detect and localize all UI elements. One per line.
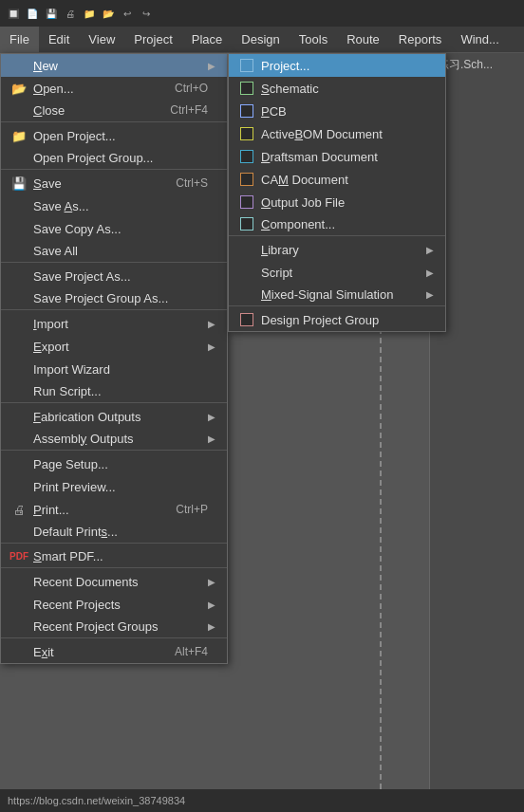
recent-proj-grp-arrow: ▶ — [208, 621, 219, 632]
menu-print[interactable]: 🖨 Print... Ctrl+P — [1, 498, 227, 521]
menu-place[interactable]: Place — [182, 27, 233, 52]
new-label: New — [29, 59, 193, 73]
save-file-icon: 💾 — [11, 176, 27, 191]
print-shortcut: Ctrl+P — [160, 503, 208, 516]
exit-shortcut: Alt+F4 — [159, 645, 208, 658]
project-label: Project... — [257, 59, 426, 73]
menu-import-wizard[interactable]: Import Wizard — [1, 358, 227, 380]
cam-label: CAM Document — [257, 173, 426, 187]
menu-reports[interactable]: Reports — [389, 27, 452, 52]
submenu-activebom[interactable]: ActiveBOM Document — [229, 122, 445, 145]
output-job-icon — [240, 195, 253, 209]
activebom-icon — [240, 127, 253, 140]
close-shortcut: Ctrl+F4 — [155, 103, 208, 117]
pcb-icon — [240, 104, 253, 118]
redo-icon[interactable]: ↪ — [139, 6, 154, 21]
menu-file[interactable]: File — [0, 27, 39, 52]
menu-route[interactable]: Route — [337, 27, 389, 52]
menu-exit[interactable]: Exit Alt+F4 — [1, 640, 227, 663]
menu-open-project-group[interactable]: Open Project Group... — [1, 147, 227, 170]
menu-design[interactable]: Design — [232, 27, 289, 52]
import-arrow: ▶ — [208, 319, 219, 329]
submenu-project[interactable]: Project... — [229, 54, 445, 77]
new-submenu: Project... Schematic PCB ActiveBOM Docum… — [228, 53, 446, 332]
menu-page-setup[interactable]: Page Setup... — [1, 452, 227, 475]
menu-save-project-group-as[interactable]: Save Project Group As... — [1, 287, 227, 310]
cam-icon — [240, 173, 253, 186]
recent-documents-label: Recent Documents — [29, 575, 193, 589]
main-area: 练习.Sch... New ▶ 📂 Open... Ctrl+O Close C — [0, 53, 524, 812]
menu-bar: File Edit View Project Place Design Tool… — [0, 27, 524, 53]
schematic-label: Schematic — [257, 82, 426, 96]
component-icon-col — [236, 217, 257, 231]
menu-recent-project-groups[interactable]: Recent Project Groups ▶ — [1, 616, 227, 638]
submenu-schematic[interactable]: Schematic — [229, 77, 445, 100]
menu-save-as[interactable]: Save As... — [1, 194, 227, 217]
submenu-mixed-signal[interactable]: Mixed-Signal Simulation ▶ — [229, 284, 445, 306]
pdf-icon: PDF — [9, 551, 28, 562]
submenu-pcb[interactable]: PCB — [229, 100, 445, 122]
submenu-cam[interactable]: CAM Document — [229, 168, 445, 191]
save-icon-tb[interactable]: 💾 — [44, 6, 59, 21]
menu-print-preview[interactable]: Print Preview... — [1, 475, 227, 498]
exit-label: Exit — [29, 645, 159, 659]
menu-run-script[interactable]: Run Script... — [1, 380, 227, 403]
new-doc-icon[interactable]: 📄 — [25, 6, 40, 21]
save-shortcut: Ctrl+S — [160, 176, 208, 190]
open-icon-tb[interactable]: 📁 — [82, 6, 97, 21]
title-bar: 🔲 📄 💾 🖨 📁 📂 ↩ ↪ — [0, 0, 524, 27]
menu-view[interactable]: View — [79, 27, 124, 52]
open-shortcut: Ctrl+O — [159, 82, 208, 95]
menu-assembly-outputs[interactable]: Assembly Outputs ▶ — [1, 428, 227, 451]
save-project-as-label: Save Project As... — [29, 269, 193, 284]
menu-project[interactable]: Project — [124, 27, 181, 52]
menu-open[interactable]: 📂 Open... Ctrl+O — [1, 77, 227, 100]
open-proj-icon-col: 📁 — [9, 129, 29, 143]
library-label: Library — [257, 243, 426, 257]
submenu-component[interactable]: Component... — [229, 213, 445, 236]
menu-save[interactable]: 💾 Save Ctrl+S — [1, 172, 227, 194]
menu-smart-pdf[interactable]: PDF Smart PDF... — [1, 545, 227, 568]
menu-default-prints[interactable]: Default Prints... — [1, 521, 227, 544]
activebom-label: ActiveBOM Document — [257, 127, 426, 141]
run-script-label: Run Script... — [29, 384, 193, 398]
draftsman-icon — [240, 150, 253, 163]
design-proj-grp-icon — [240, 313, 253, 326]
mixed-signal-label: Mixed-Signal Simulation — [257, 287, 426, 302]
open-icon-col: 📂 — [9, 82, 29, 96]
fab-arrow: ▶ — [208, 412, 219, 422]
open-folder-icon: 📂 — [11, 82, 27, 96]
menu-save-project-as[interactable]: Save Project As... — [1, 265, 227, 287]
menu-close[interactable]: Close Ctrl+F4 — [1, 100, 227, 122]
undo-icon[interactable]: ↩ — [120, 6, 135, 21]
save-copy-as-label: Save Copy As... — [29, 222, 193, 236]
script-arrow: ▶ — [426, 268, 438, 278]
print-icon-tb[interactable]: 🖨 — [63, 6, 78, 21]
import-label: Import — [29, 317, 193, 331]
file-dropdown: New ▶ 📂 Open... Ctrl+O Close Ctrl+F4 📁 O… — [0, 53, 228, 664]
submenu-draftsman[interactable]: Draftsman Document — [229, 145, 445, 168]
menu-save-copy-as[interactable]: Save Copy As... — [1, 217, 227, 240]
menu-tools[interactable]: Tools — [290, 27, 337, 52]
save-label: Save — [29, 176, 160, 191]
open-project-label: Open Project... — [29, 129, 193, 143]
save-icon-col: 💾 — [9, 176, 29, 191]
menu-open-project[interactable]: 📁 Open Project... — [1, 124, 227, 147]
menu-export[interactable]: Export ▶ — [1, 335, 227, 358]
export-arrow: ▶ — [208, 341, 219, 352]
menu-window[interactable]: Wind... — [451, 27, 508, 52]
menu-save-all[interactable]: Save All — [1, 240, 227, 263]
open-project-group-label: Open Project Group... — [29, 151, 193, 165]
submenu-output-job[interactable]: Output Job File — [229, 191, 445, 213]
project-icon — [240, 59, 253, 72]
menu-recent-projects[interactable]: Recent Projects ▶ — [1, 593, 227, 616]
menu-edit[interactable]: Edit — [39, 27, 79, 52]
menu-import[interactable]: Import ▶ — [1, 312, 227, 335]
menu-fabrication-outputs[interactable]: Fabrication Outputs ▶ — [1, 405, 227, 428]
open2-icon-tb[interactable]: 📂 — [101, 6, 116, 21]
submenu-script[interactable]: Script ▶ — [229, 261, 445, 284]
submenu-design-project-group[interactable]: Design Project Group — [229, 308, 445, 331]
submenu-library[interactable]: Library ▶ — [229, 238, 445, 261]
menu-new[interactable]: New ▶ — [1, 54, 227, 77]
menu-recent-documents[interactable]: Recent Documents ▶ — [1, 570, 227, 593]
